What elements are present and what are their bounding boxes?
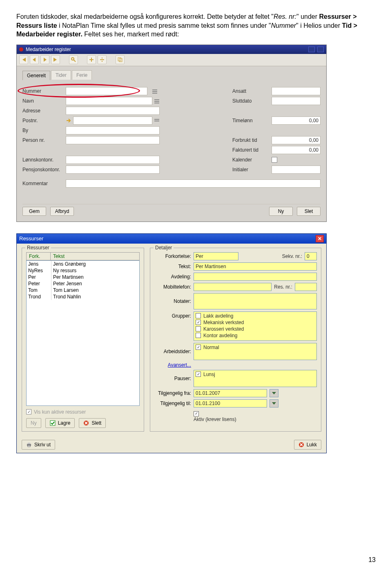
plus-icon[interactable] [87, 55, 96, 64]
checkbox-normal[interactable]: ✓ [196, 345, 201, 350]
delete-button[interactable]: Slet [297, 207, 321, 216]
key-icon[interactable] [69, 55, 78, 64]
label-forbrukt: Forbrukt tid [232, 137, 269, 143]
resource-grid[interactable]: JensJens GrønbergNyResNy ressursPerPer M… [26, 260, 140, 406]
checkbox[interactable] [196, 313, 201, 318]
last-record-icon[interactable] [51, 55, 60, 64]
field-personnr[interactable] [66, 136, 160, 144]
field-lonnskonto[interactable] [66, 156, 160, 164]
close-button[interactable]: Lukk [294, 440, 321, 450]
field-forkortelse[interactable]: Per [194, 252, 238, 260]
label-postnr: Postnr. [22, 118, 63, 123]
field-tilg-til[interactable]: 01.01.2100 [194, 399, 267, 408]
svg-rect-8 [154, 99, 159, 100]
field-pensjonskonto[interactable] [66, 166, 160, 174]
label-kalender: Kalender [232, 157, 269, 163]
svg-rect-6 [152, 91, 157, 92]
list-item[interactable]: Karosseri verksted [196, 326, 315, 332]
lookup-icon[interactable] [150, 88, 160, 94]
list-item[interactable]: Lakk avdeling [196, 313, 315, 319]
copy-icon[interactable] [116, 55, 125, 64]
field-tilg-fra[interactable]: 01.01.2007 [194, 389, 267, 397]
field-tekst[interactable]: Per Martinsen [194, 262, 317, 271]
checkbox-vis-aktive[interactable]: ✓ [26, 409, 31, 414]
lookup-icon-3[interactable] [154, 118, 160, 123]
checkbox[interactable] [196, 326, 201, 331]
close-icon[interactable]: ✕ [316, 235, 324, 242]
field-sluttdato[interactable] [272, 97, 321, 105]
cancel-button[interactable]: Afbryd [50, 207, 74, 216]
window-close-icon[interactable] [317, 47, 324, 52]
table-row[interactable]: TrondTrond Nahlin [27, 293, 139, 300]
delete-icon [83, 420, 89, 426]
svg-rect-5 [152, 90, 157, 90]
ny-button[interactable]: Ny [26, 418, 41, 428]
window-restore-icon[interactable] [308, 47, 315, 52]
prev-record-icon[interactable] [30, 55, 39, 64]
field-kommentar[interactable] [66, 179, 321, 188]
field-notater[interactable] [194, 293, 317, 309]
checkbox[interactable] [196, 333, 201, 338]
label-adresse: Adresse [22, 108, 63, 114]
field-by[interactable] [66, 126, 160, 134]
field-adresse[interactable] [66, 107, 160, 115]
table-row[interactable]: NyResNy ressurs [27, 267, 139, 274]
field-resnr[interactable] [295, 283, 317, 291]
print-button[interactable]: Skriv ut [22, 440, 55, 450]
medarb-toolbar [17, 54, 326, 66]
checkbox-lunsj[interactable]: ✓ [196, 372, 201, 377]
pauser-list[interactable]: ✓Lunsj [194, 370, 317, 387]
ressurser-window: Ressurser ✕ Ressurser Fork. Tekst JensJe… [16, 233, 327, 453]
tab-generelt[interactable]: Generelt [22, 71, 50, 80]
label-avdeling: Avdeling: [154, 274, 191, 280]
label-aktiv: Aktiv (krever lisens) [194, 416, 236, 422]
arbeidstider-list[interactable]: ✓Normal [194, 343, 317, 360]
tab-tider[interactable]: Tider [51, 70, 71, 80]
checkbox-kalender[interactable] [272, 157, 277, 163]
legend-detaljer: Detaljer [154, 245, 174, 251]
field-timelonn[interactable]: 0,00 [272, 116, 321, 125]
checkbox[interactable]: ✓ [196, 320, 201, 325]
table-row[interactable]: PerPer Martinsen [27, 274, 139, 280]
close-door-icon [298, 442, 304, 448]
save-icon [50, 420, 56, 426]
list-item[interactable]: Kontor avdeling [196, 332, 315, 339]
grupper-list[interactable]: Lakk avdeling✓Mekanisk verkstedKarosseri… [194, 311, 317, 341]
field-mobiltelefon[interactable] [194, 283, 272, 291]
label-nummer: Nummer [22, 88, 63, 94]
label-personnr: Person nr. [22, 137, 63, 143]
table-row[interactable]: TomTom Larsen [27, 287, 139, 293]
link-avansert[interactable]: Avansert... [168, 362, 191, 368]
dropdown-tilg-til[interactable] [270, 399, 278, 408]
first-record-icon[interactable] [19, 55, 28, 64]
list-item[interactable]: ✓Mekanisk verksted [196, 319, 315, 326]
label-lonnskonto: Lønnskontonr. [22, 157, 63, 163]
next-record-icon[interactable] [40, 55, 49, 64]
field-ansatt[interactable] [272, 87, 321, 95]
tab-ferie[interactable]: Ferie [72, 70, 92, 80]
col-fork[interactable]: Fork. [26, 252, 51, 260]
field-initialer[interactable] [272, 166, 321, 174]
label-initialer: Initialer [232, 167, 269, 172]
field-avdeling[interactable] [194, 273, 317, 281]
col-tekst[interactable]: Tekst [51, 252, 140, 260]
field-postnr[interactable] [73, 116, 152, 125]
table-row[interactable]: PeterPeter Jensen [27, 280, 139, 287]
new-button[interactable]: Ny [269, 207, 293, 216]
ressurser-titlebar: Ressurser ✕ [17, 234, 326, 244]
lagre-button[interactable]: Lagre [45, 418, 75, 428]
field-navn[interactable] [66, 97, 152, 105]
svg-point-1 [102, 58, 102, 58]
checkbox-aktiv[interactable]: ✓ [194, 411, 199, 416]
list-item-label: Mekanisk verksted [203, 320, 244, 325]
save-button[interactable]: Gem [22, 207, 46, 216]
divide-icon[interactable] [98, 55, 107, 64]
slett-button[interactable]: Slett [79, 418, 106, 428]
lookup-icon-2[interactable] [154, 97, 160, 105]
dropdown-tilg-fra[interactable] [270, 389, 278, 397]
svg-rect-13 [50, 421, 55, 425]
field-fakturert: 0,00 [272, 146, 321, 154]
field-sekv[interactable]: 0 [305, 252, 317, 260]
table-row[interactable]: JensJens Grønberg [27, 261, 139, 267]
field-nummer[interactable] [66, 87, 147, 95]
